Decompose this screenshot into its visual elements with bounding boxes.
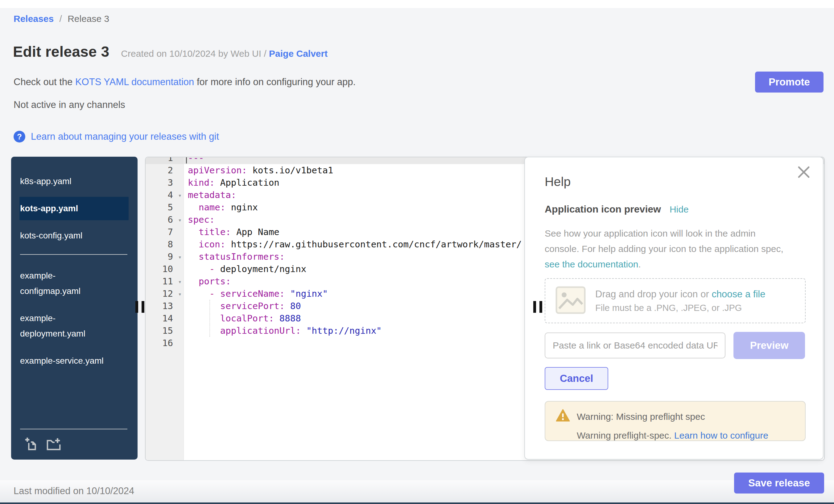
file-item[interactable]: example- deployment.yaml [20, 307, 127, 346]
add-file-icon[interactable] [24, 436, 39, 453]
dropzone-text: Drag and drop your icon or choose a file [595, 289, 765, 300]
intro-text: Check out the KOTS YAML documentation fo… [14, 76, 356, 88]
cancel-button[interactable]: Cancel [545, 367, 608, 390]
dropzone-file-rules: File must be a .PNG, .JPEG, or .JPG [595, 303, 765, 313]
line-number: 11▾ [146, 275, 183, 287]
file-list: k8s-app.yamlkots-app.yamlkots-config.yam… [11, 157, 137, 373]
promote-button[interactable]: Promote [755, 71, 824, 92]
breadcrumb: Releases / Release 3 [14, 14, 109, 24]
line-number: 8 [146, 238, 183, 250]
file-tree-divider [20, 254, 127, 255]
warning-title: Warning: Missing preflight spec [577, 412, 705, 422]
git-help-row: ? Learn about managing your releases wit… [14, 131, 219, 143]
git-releases-link[interactable]: Learn about managing your releases with … [31, 131, 219, 142]
title-row: Edit release 3 Created on 10/10/2024 by … [13, 43, 328, 60]
icon-dropzone[interactable]: Drag and drop your icon or choose a file… [545, 278, 806, 323]
created-author-link[interactable]: Paige Calvert [269, 48, 328, 59]
warning-body: Warning preflight-spec. Learn how to con… [577, 430, 805, 441]
top-strip [0, 0, 834, 8]
help-description-post: . [638, 259, 641, 269]
line-number: 3 [146, 176, 183, 189]
line-number: 7 [146, 226, 183, 238]
page-title: Edit release 3 [13, 43, 109, 60]
see-documentation-link[interactable]: see the documentation [545, 259, 638, 269]
line-number: 14 [146, 312, 183, 325]
hide-link[interactable]: Hide [670, 204, 689, 215]
help-description: See how your application icon will look … [545, 226, 791, 272]
indent-guide [210, 300, 210, 337]
breadcrumb-current: Release 3 [68, 14, 109, 24]
line-number: 16 [146, 337, 183, 349]
line-number: 6▾ [146, 214, 183, 226]
line-number: 4▾ [146, 189, 183, 201]
line-number: 15 [146, 325, 183, 337]
file-item[interactable]: k8s-app.yaml [20, 170, 127, 193]
line-number: 1 [146, 157, 183, 164]
line-number: 13 [146, 300, 183, 312]
breadcrumb-releases-link[interactable]: Releases [14, 14, 54, 24]
file-item[interactable]: example- configmap.yaml [20, 264, 127, 303]
kots-yaml-docs-link[interactable]: KOTS YAML documentation [75, 76, 194, 87]
file-tree-panel: k8s-app.yamlkots-app.yamlkots-config.yam… [11, 157, 137, 460]
preview-button[interactable]: Preview [733, 332, 805, 359]
image-placeholder-icon [555, 286, 586, 315]
last-modified-text: Last modified on 10/10/2024 [14, 485, 134, 497]
text-cursor [186, 157, 187, 163]
line-number: 12▾ [146, 287, 183, 300]
intro-pre: Check out the [14, 76, 75, 87]
breadcrumb-separator: / [59, 14, 62, 24]
fold-arrow-icon[interactable]: ▾ [178, 214, 182, 226]
channel-status: Not active in any channels [14, 99, 125, 110]
created-info: Created on 10/10/2024 by Web UI / Paige … [121, 48, 328, 59]
fold-arrow-icon[interactable]: ▾ [178, 276, 182, 288]
sidebar-resize-handle[interactable] [135, 301, 144, 313]
choose-file-link[interactable]: choose a file [711, 289, 765, 300]
file-item[interactable]: kots-app.yaml [19, 197, 129, 220]
help-title: Help [545, 175, 571, 189]
fold-arrow-icon[interactable]: ▾ [178, 251, 182, 263]
icon-preview-section: Application icon preview Hide [545, 203, 689, 215]
line-number: 9▾ [146, 250, 183, 263]
created-text: Created on 10/10/2024 by Web UI / [121, 48, 269, 59]
save-release-button[interactable]: Save release [734, 473, 824, 494]
section-title: Application icon preview [545, 203, 661, 215]
icon-url-row: Preview [545, 332, 805, 359]
close-icon[interactable] [797, 165, 811, 179]
line-number: 2 [146, 164, 183, 176]
learn-how-to-configure-link[interactable]: Learn how to configure [674, 430, 768, 440]
help-panel: Help Application icon preview Hide See h… [524, 157, 824, 460]
question-icon: ? [14, 131, 25, 143]
help-description-pre: See how your application icon will look … [545, 228, 784, 254]
file-item[interactable]: example-service.yaml [20, 349, 127, 373]
icon-url-input[interactable] [545, 332, 725, 358]
bottom-strip [0, 502, 834, 504]
file-item[interactable]: kots-config.yaml [20, 224, 127, 247]
fold-arrow-icon[interactable]: ▾ [178, 288, 182, 300]
intro-post: for more info on configuring your app. [194, 76, 356, 87]
line-number: 5 [146, 201, 183, 214]
warning-body-pre: Warning preflight-spec. [577, 430, 674, 440]
file-tree-footer [20, 429, 127, 460]
fold-arrow-icon[interactable]: ▾ [178, 189, 182, 201]
warning-icon [556, 409, 570, 424]
warning-box: Warning: Missing preflight spec Warning … [545, 401, 806, 441]
dropzone-text-pre: Drag and drop your icon or [595, 289, 711, 300]
line-number: 10 [146, 263, 183, 275]
file-tree-footer-divider [20, 429, 127, 429]
add-folder-icon[interactable] [45, 436, 63, 453]
help-resize-handle[interactable] [533, 301, 542, 313]
